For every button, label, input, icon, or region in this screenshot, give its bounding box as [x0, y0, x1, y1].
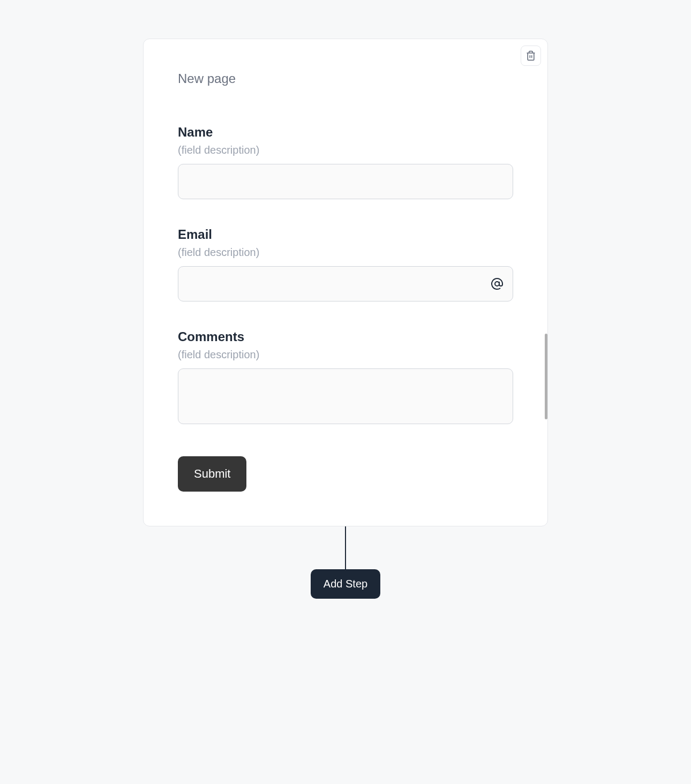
page-title[interactable]: New page — [178, 71, 513, 86]
delete-page-button[interactable] — [521, 46, 541, 66]
name-field-description[interactable]: (field description) — [178, 144, 513, 156]
comments-field-label[interactable]: Comments — [178, 329, 513, 344]
submit-button[interactable]: Submit — [178, 456, 246, 492]
email-field-label[interactable]: Email — [178, 227, 513, 242]
scrollbar[interactable] — [545, 334, 547, 419]
email-field-description[interactable]: (field description) — [178, 246, 513, 259]
name-field-label[interactable]: Name — [178, 125, 513, 140]
add-step-button[interactable]: Add Step — [311, 569, 380, 599]
name-field-group: Name (field description) — [178, 125, 513, 199]
connector-line — [345, 526, 346, 569]
email-input-wrapper — [178, 266, 513, 301]
comments-field-group: Comments (field description) — [178, 329, 513, 426]
comments-textarea[interactable] — [178, 368, 513, 424]
at-sign-icon — [491, 277, 504, 290]
email-field-group: Email (field description) — [178, 227, 513, 301]
name-input[interactable] — [178, 164, 513, 199]
trash-icon — [525, 50, 536, 61]
form-page-card: New page Name (field description) Email … — [143, 39, 548, 526]
email-input[interactable] — [178, 266, 513, 301]
svg-point-2 — [495, 282, 499, 286]
comments-field-description[interactable]: (field description) — [178, 349, 513, 361]
